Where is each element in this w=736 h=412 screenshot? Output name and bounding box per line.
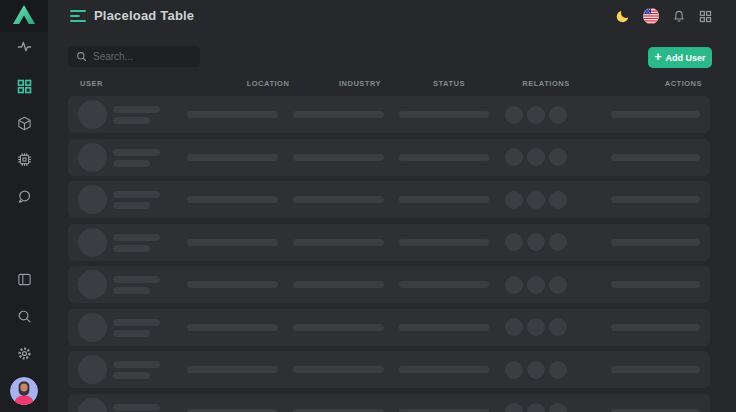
app-logo[interactable] bbox=[0, 0, 48, 32]
industry-placeholder bbox=[293, 239, 384, 246]
us-flag-icon[interactable] bbox=[643, 8, 659, 24]
gear-icon bbox=[17, 346, 32, 365]
apps-grid-icon[interactable] bbox=[699, 10, 712, 23]
avatar-placeholder bbox=[78, 313, 107, 342]
relation-avatar-placeholder bbox=[505, 276, 523, 294]
table-row bbox=[68, 394, 710, 412]
location-placeholder bbox=[187, 196, 278, 203]
relation-avatar-placeholder bbox=[527, 148, 545, 166]
sidebar-item-dashboard[interactable] bbox=[0, 79, 48, 97]
subtitle-placeholder bbox=[113, 245, 150, 252]
actions-placeholder bbox=[611, 366, 700, 373]
main-content: Placeload Table bbox=[48, 0, 736, 412]
relation-avatar-placeholder bbox=[527, 318, 545, 336]
topbar-icons bbox=[615, 0, 712, 32]
relation-avatar-placeholder bbox=[549, 106, 567, 124]
status-placeholder bbox=[399, 324, 489, 331]
industry-placeholder bbox=[293, 366, 384, 373]
sidebar-item-products[interactable] bbox=[0, 116, 48, 134]
bell-icon[interactable] bbox=[672, 9, 686, 23]
table-header-row: USER LOCATION INDUSTRY STATUS RELATIONS … bbox=[68, 79, 710, 91]
actions-placeholder bbox=[611, 409, 700, 412]
avatar-placeholder bbox=[78, 143, 107, 172]
subtitle-placeholder bbox=[113, 160, 150, 167]
moon-icon[interactable] bbox=[615, 9, 630, 24]
topbar: Placeload Table bbox=[48, 0, 736, 32]
actions-placeholder bbox=[611, 111, 700, 118]
sidebar-item-activity[interactable] bbox=[0, 39, 48, 57]
triangle-logo-icon bbox=[12, 4, 36, 29]
status-placeholder bbox=[399, 196, 489, 203]
status-placeholder bbox=[399, 366, 489, 373]
name-placeholder bbox=[113, 191, 160, 198]
name-placeholder bbox=[113, 106, 160, 113]
activity-icon bbox=[17, 39, 32, 58]
industry-placeholder bbox=[293, 111, 384, 118]
column-header-industry: INDUSTRY bbox=[339, 79, 381, 88]
relation-avatar-placeholder bbox=[505, 318, 523, 336]
relation-avatar-placeholder bbox=[549, 233, 567, 251]
table-row bbox=[68, 96, 710, 133]
industry-placeholder bbox=[293, 281, 384, 288]
location-placeholder bbox=[187, 154, 278, 161]
relation-avatar-placeholder bbox=[527, 233, 545, 251]
location-placeholder bbox=[187, 111, 278, 118]
location-placeholder bbox=[187, 366, 278, 373]
location-placeholder bbox=[187, 409, 278, 412]
status-placeholder bbox=[399, 111, 489, 118]
add-user-label: Add User bbox=[666, 53, 706, 63]
table-row bbox=[68, 266, 710, 303]
relation-avatar-placeholder bbox=[505, 106, 523, 124]
relation-avatar-placeholder bbox=[549, 191, 567, 209]
relation-avatar-placeholder bbox=[549, 361, 567, 379]
location-placeholder bbox=[187, 239, 278, 246]
menu-toggle-icon[interactable] bbox=[70, 10, 86, 22]
sidebar-item-messages[interactable] bbox=[0, 189, 48, 207]
relation-avatar-placeholder bbox=[505, 403, 523, 412]
chat-icon bbox=[17, 189, 32, 208]
subtitle-placeholder bbox=[113, 202, 150, 209]
sidebar-item-settings[interactable] bbox=[0, 346, 48, 364]
relation-avatar-placeholder bbox=[549, 318, 567, 336]
location-placeholder bbox=[187, 281, 278, 288]
relation-avatar-placeholder bbox=[527, 361, 545, 379]
avatar-placeholder bbox=[78, 228, 107, 257]
actions-placeholder bbox=[611, 196, 700, 203]
relation-avatar-placeholder bbox=[505, 233, 523, 251]
search-input[interactable] bbox=[87, 46, 231, 67]
sidebar bbox=[0, 0, 48, 412]
name-placeholder bbox=[113, 276, 160, 283]
name-placeholder bbox=[113, 361, 160, 368]
subtitle-placeholder bbox=[113, 330, 150, 337]
relation-avatar-placeholder bbox=[527, 276, 545, 294]
user-avatar[interactable] bbox=[10, 377, 38, 405]
name-placeholder bbox=[113, 149, 160, 156]
table-row bbox=[68, 224, 710, 261]
location-placeholder bbox=[187, 324, 278, 331]
status-placeholder bbox=[399, 239, 489, 246]
relation-avatar-placeholder bbox=[549, 148, 567, 166]
status-placeholder bbox=[399, 154, 489, 161]
industry-placeholder bbox=[293, 196, 384, 203]
sidebar-item-components[interactable] bbox=[0, 152, 48, 170]
table-row bbox=[68, 181, 710, 218]
industry-placeholder bbox=[293, 409, 384, 412]
search-box bbox=[68, 46, 200, 67]
table-row bbox=[68, 351, 710, 388]
column-header-actions: ACTIONS bbox=[665, 79, 702, 88]
add-user-button[interactable]: + Add User bbox=[648, 47, 712, 68]
avatar-placeholder bbox=[78, 398, 107, 412]
subtitle-placeholder bbox=[113, 372, 150, 379]
relation-avatar-placeholder bbox=[505, 191, 523, 209]
table-body bbox=[68, 96, 710, 412]
sidebar-item-panels[interactable] bbox=[0, 272, 48, 290]
name-placeholder bbox=[113, 234, 160, 241]
industry-placeholder bbox=[293, 154, 384, 161]
avatar-placeholder bbox=[78, 185, 107, 214]
page-title: Placeload Table bbox=[94, 0, 194, 32]
relation-avatar-placeholder bbox=[549, 403, 567, 412]
column-header-user: USER bbox=[80, 79, 103, 88]
dashboard-grid-icon bbox=[17, 79, 32, 98]
relation-avatar-placeholder bbox=[505, 148, 523, 166]
sidebar-item-search[interactable] bbox=[0, 309, 48, 327]
